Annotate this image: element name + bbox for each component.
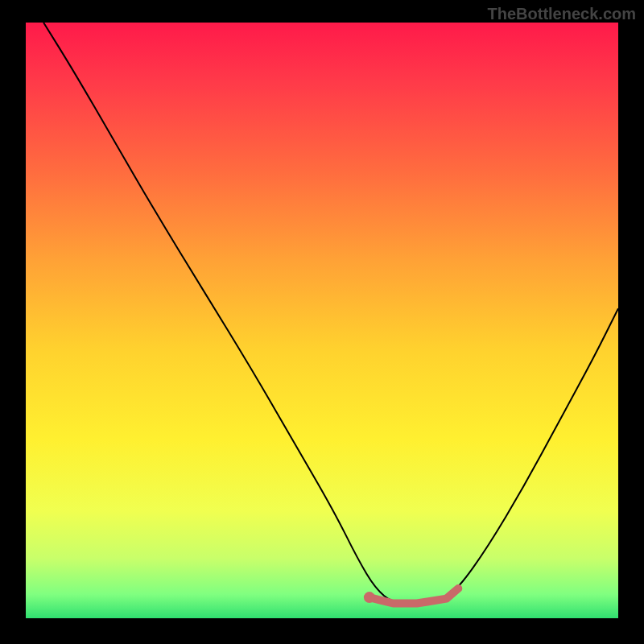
plot-area	[26, 23, 618, 618]
bottleneck-chart	[26, 23, 618, 618]
chart-container: TheBottleneck.com	[0, 0, 644, 644]
gradient-background	[26, 23, 618, 618]
watermark-text: TheBottleneck.com	[488, 5, 636, 23]
highlight-start-dot	[364, 592, 375, 603]
